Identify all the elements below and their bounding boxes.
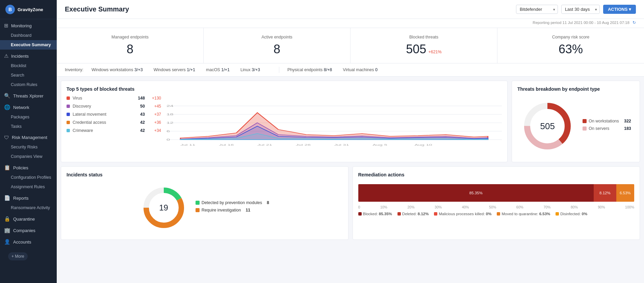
- sidebar-item-companies-view[interactable]: Companies View: [0, 152, 57, 161]
- remediation-bar: 85.35% 8.12% 6.53%: [358, 184, 635, 202]
- donut-chart: 505: [520, 99, 574, 153]
- threat-color-lateral: [67, 113, 70, 116]
- sidebar-item-packages[interactable]: Packages: [0, 112, 57, 122]
- charts-row: Top 5 types of blocked threats Virus 148…: [57, 77, 644, 166]
- rem-color-deleted: [397, 212, 401, 216]
- sidebar-item-tasks[interactable]: Tasks: [0, 122, 57, 131]
- app-name: GravityZone: [18, 7, 43, 12]
- company-select[interactable]: Bitdefender All Companies: [516, 5, 558, 14]
- rem-legend-malicious: Malicious processes killed: 0%: [434, 212, 491, 216]
- svg-text:Aug 5: Aug 5: [372, 143, 387, 146]
- sidebar-section-accounts[interactable]: 👤 Accounts: [0, 235, 57, 247]
- monitoring-icon: ⊞: [4, 23, 8, 29]
- rem-color-quarantine: [497, 212, 500, 216]
- legend-color-detected: [196, 201, 200, 205]
- svg-text:6: 6: [166, 130, 170, 133]
- threats-xplorer-icon: 🔍: [4, 93, 10, 99]
- inv-windows-workstations: Windows workstations 3/+3: [92, 67, 143, 72]
- network-icon: 🌐: [4, 104, 10, 110]
- inv-linux: Linux 3/+3: [240, 67, 260, 72]
- legend-color-require: [196, 208, 200, 212]
- area-chart: 0 6 12 18 24 Jul 11: [166, 96, 502, 151]
- sidebar-section-network[interactable]: 🌐 Network: [0, 101, 57, 112]
- stat-active-endpoints: Active endpoints 8: [204, 28, 350, 63]
- logo-icon: B: [5, 5, 15, 14]
- donut-legend-workstations: On workstations 322: [583, 119, 631, 123]
- sidebar-item-executive-summary[interactable]: Executive Summary: [0, 40, 57, 50]
- threat-color-crimeware: [67, 129, 70, 132]
- refresh-icon[interactable]: ↻: [633, 21, 636, 25]
- companies-icon: 🏢: [4, 227, 10, 233]
- bar-segments: 85.35% 8.12% 6.53%: [358, 184, 635, 202]
- legend-require-investigation: Require investigation 11: [196, 208, 269, 213]
- threat-color-credential: [67, 121, 70, 124]
- rem-legend-quarantine: Moved to quarantine: 6.53%: [497, 212, 550, 216]
- sidebar-item-configuration-profiles[interactable]: Configuration Profiles: [0, 173, 57, 182]
- svg-text:Jul 11: Jul 11: [180, 143, 195, 146]
- incidents-content: 19 Detected by prevention modules 8 Requ…: [67, 181, 343, 234]
- top5-threats-card: Top 5 types of blocked threats Virus 148…: [61, 81, 508, 162]
- accounts-icon: 👤: [4, 239, 10, 245]
- rem-legend-deleted: Deleted: 8.12%: [397, 212, 429, 216]
- sidebar-item-custom-rules[interactable]: Custom Rules: [0, 80, 57, 89]
- stat-blocked-threats: Blocked threats 505 +621%: [351, 28, 497, 63]
- donut-wrap: 505 On workstations 322 On servers 183: [517, 96, 634, 157]
- actions-button[interactable]: ACTIONS ▾: [603, 5, 636, 14]
- page-title: Executive Summary: [65, 5, 129, 13]
- incidents-status-card: Incidents status 19 Detected by p: [61, 166, 349, 240]
- company-select-wrap: Bitdefender All Companies: [516, 5, 558, 14]
- remediation-card: Remediation actions 85.35% 8.12% 6.53%: [353, 166, 640, 240]
- rem-color-malicious: [434, 212, 437, 216]
- threats-content: Virus 148 +130 Discovery 50 +45 Lateral …: [67, 96, 502, 151]
- legend-color-workstations: [583, 119, 587, 123]
- seg-blocked: 85.35%: [358, 184, 594, 202]
- main-content: Executive Summary Bitdefender All Compan…: [57, 0, 644, 283]
- seg-quarantine: 6.53%: [616, 184, 634, 202]
- sidebar-section-threats-xplorer[interactable]: 🔍 Threats Xplorer: [0, 89, 57, 101]
- remediation-axis: 0 10% 20% 30% 40% 50% 60% 70% 80% 90% 10…: [358, 205, 635, 209]
- stat-company-risk-score: Company risk score 63%: [497, 28, 644, 63]
- bottom-row: Incidents status 19 Detected by p: [57, 166, 644, 244]
- threat-color-discovery: [67, 105, 70, 108]
- more-button[interactable]: + More: [8, 252, 28, 260]
- sidebar-section-incidents[interactable]: ⚠ Incidents: [0, 50, 57, 61]
- policies-icon: 📋: [4, 165, 10, 171]
- reports-icon: 📄: [4, 195, 10, 201]
- sidebar-item-ransomware-activity[interactable]: Ransomware Activity: [0, 203, 57, 213]
- sidebar-item-security-risks[interactable]: Security Risks: [0, 142, 57, 152]
- svg-text:Jul 26: Jul 26: [296, 143, 311, 146]
- rem-color-blocked: [358, 212, 362, 216]
- svg-text:24: 24: [166, 104, 174, 108]
- remediation-content: 85.35% 8.12% 6.53%: [358, 181, 635, 219]
- stat-managed-endpoints: Managed endpoints 8: [57, 28, 203, 63]
- sidebar-item-search[interactable]: Search: [0, 70, 57, 80]
- sidebar-section-quarantine[interactable]: 🔒 Quarantine: [0, 213, 57, 224]
- inv-macos: macOS 1/+1: [206, 67, 230, 72]
- sidebar-section-monitoring[interactable]: ⊞ Monitoring: [0, 19, 57, 31]
- svg-text:Jul 16: Jul 16: [219, 143, 234, 146]
- sidebar-section-reports[interactable]: 📄 Reports: [0, 192, 57, 203]
- threat-discovery: Discovery 50 +45: [67, 104, 161, 109]
- threats-list: Virus 148 +130 Discovery 50 +45 Lateral …: [67, 96, 161, 151]
- rem-color-disinfected: [556, 212, 559, 216]
- remediation-legend: Blocked: 85.35% Deleted: 8.12% Malicious…: [358, 212, 635, 216]
- threat-virus: Virus 148 +130: [67, 96, 161, 101]
- sidebar-item-assignment-rules[interactable]: Assignment Rules: [0, 182, 57, 192]
- rem-legend-disinfected: Disinfected: 0%: [556, 212, 587, 216]
- risk-management-icon: 🛡: [4, 135, 9, 140]
- svg-text:18: 18: [166, 113, 174, 116]
- sidebar-item-blocklist[interactable]: Blocklist: [0, 61, 57, 70]
- sidebar-item-dashboard[interactable]: Dashboard: [0, 31, 57, 40]
- reporting-period: Reporting period 11 Jul 2021 00:00 - 10 …: [57, 19, 644, 28]
- sidebar-section-companies[interactable]: 🏢 Companies: [0, 224, 57, 235]
- sidebar-section-risk-management[interactable]: 🛡 Risk Management: [0, 131, 57, 142]
- incidents-legend: Detected by prevention modules 8 Require…: [196, 200, 269, 215]
- sidebar-section-policies[interactable]: 📋 Policies: [0, 161, 57, 173]
- inventory-divider: [279, 67, 279, 73]
- svg-text:Aug 10: Aug 10: [414, 143, 432, 146]
- seg-deleted: 8.12%: [594, 184, 616, 202]
- period-select[interactable]: Last 30 days Last 7 days Last 90 days Cu…: [561, 5, 600, 14]
- threat-lateral-movement: Lateral movement 43 +37: [67, 112, 161, 117]
- svg-text:Jul 21: Jul 21: [257, 143, 272, 146]
- page-header: Executive Summary Bitdefender All Compan…: [57, 0, 644, 19]
